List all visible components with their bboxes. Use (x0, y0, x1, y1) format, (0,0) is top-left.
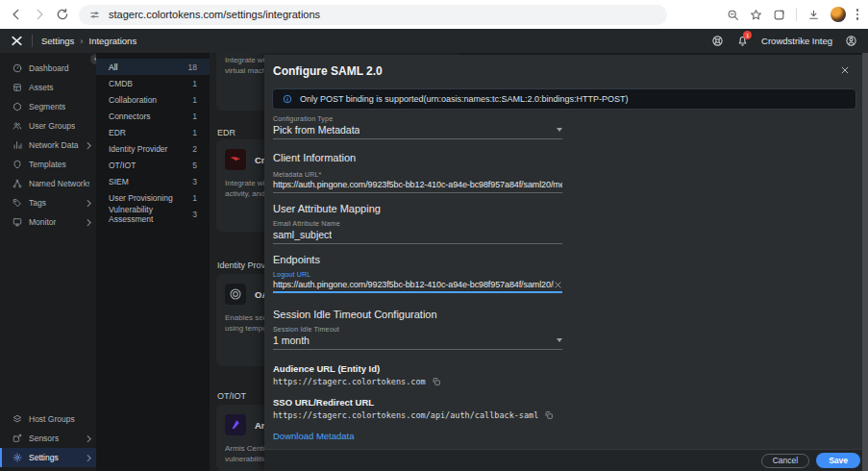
download-metadata-link[interactable]: Download Metadata (273, 431, 562, 441)
category-count: 1 (192, 193, 197, 203)
user-profile-icon[interactable] (845, 35, 857, 47)
close-icon[interactable] (840, 65, 850, 75)
settings-gear-icon (12, 453, 22, 462)
configure-saml-modal: Configure SAML 2.0 Only POST binding is … (264, 55, 868, 471)
forward-icon[interactable] (33, 8, 46, 21)
sidebar-item-network-data[interactable]: Network Data (0, 136, 96, 155)
chevron-down-icon[interactable] (557, 128, 562, 132)
audience-url-label: Audience URL (Entity Id) (273, 363, 562, 374)
zoom-search-icon[interactable] (727, 9, 739, 21)
sidebar-item-segments[interactable]: Segments (0, 97, 96, 116)
page-scrollbar[interactable] (862, 53, 868, 471)
monitor-icon (12, 217, 22, 227)
category-row-all[interactable]: All 18 (96, 59, 210, 75)
breadcrumb-settings[interactable]: Settings (41, 36, 74, 46)
sidebar-item-monitor[interactable]: Monitor (0, 212, 96, 232)
account-name[interactable]: Crowdstrike Integ (761, 36, 832, 46)
category-row-cmdb[interactable]: CMDB 1 (96, 75, 210, 91)
endpoints-heading: Endpoints (273, 254, 562, 265)
category-row-edr[interactable]: EDR 1 (96, 124, 210, 140)
category-count: 18 (188, 62, 197, 72)
sso-url-value: https://stagerc.colortokens.com/api/auth… (273, 410, 538, 420)
segments-icon (12, 102, 22, 112)
email-attribute-input[interactable]: saml_subject (273, 227, 562, 244)
notifications-bell-icon[interactable]: 1 (736, 35, 749, 47)
category-row-siem[interactable]: SIEM 3 (96, 173, 210, 189)
info-banner-text: Only POST binding is supported(urn:oasis… (300, 94, 628, 104)
category-count: 1 (192, 112, 197, 121)
sidebar-item-assets[interactable]: Assets (0, 78, 96, 97)
url-text[interactable]: stagerc.colortokens.com/settings/integra… (109, 9, 320, 20)
category-count: 3 (192, 177, 197, 186)
info-banner: Only POST binding is supported(urn:oasis… (272, 88, 856, 110)
sidebar-item-templates[interactable]: Templates (0, 155, 96, 174)
bookmark-star-icon[interactable] (750, 9, 762, 21)
cancel-button[interactable]: Cancel (761, 454, 809, 468)
modal-footer: Cancel Save (264, 449, 868, 471)
info-icon (283, 94, 292, 104)
back-icon[interactable] (10, 8, 23, 21)
chevron-down-icon[interactable] (557, 338, 562, 342)
assets-icon (12, 83, 22, 92)
notification-badge: 1 (743, 31, 752, 39)
session-idle-timeout-select[interactable]: 1 month (273, 333, 562, 350)
colortokens-logo-icon[interactable] (11, 35, 23, 47)
copy-icon[interactable] (432, 377, 441, 386)
support-globe-icon[interactable] (711, 35, 724, 47)
sidebar-item-settings[interactable]: Settings (0, 448, 96, 467)
sensors-icon (12, 434, 22, 443)
chevron-right-icon (85, 142, 90, 148)
download-icon[interactable] (807, 9, 820, 21)
url-bar[interactable]: stagerc.colortokens.com/settings/integra… (79, 5, 667, 25)
section-title-ot-iot: OT/IOT (217, 391, 246, 401)
named-networks-icon (12, 179, 22, 188)
network-data-icon (12, 140, 22, 150)
logout-url-label: Logout URL (273, 271, 562, 278)
sidebar-item-named-networks[interactable]: Named Networks (0, 174, 96, 193)
sidebar-item-sensors[interactable]: Sensors (0, 429, 96, 448)
clear-field-icon[interactable] (554, 281, 562, 289)
category-row-collaboration[interactable]: Collaboration 1 (96, 91, 210, 108)
breadcrumb: Settings › Integrations (41, 36, 136, 46)
armis-logo-icon (225, 414, 246, 435)
tags-icon (12, 198, 22, 208)
configuration-type-select[interactable]: Pick from Metadata (273, 122, 562, 139)
copy-icon[interactable] (544, 410, 554, 420)
configuration-type-label: Configuration Type (273, 115, 562, 122)
user-attribute-mapping-heading: User Attribute Mapping (273, 203, 562, 214)
sidebar-item-tags[interactable]: Tags (0, 193, 96, 212)
sso-url-label: SSO URL/Redirect URL (273, 397, 562, 408)
session-idle-timeout-heading: Session Idle Timeout Configuration (273, 309, 562, 320)
reload-icon[interactable] (56, 8, 69, 21)
category-count: 1 (192, 79, 197, 88)
session-idle-timeout-label: Session Idle Timeout (273, 326, 562, 333)
chevron-right-icon (85, 435, 90, 441)
sidebar-item-host-groups[interactable]: Host Groups (0, 409, 96, 429)
browser-menu-kebab-icon[interactable] (856, 9, 859, 20)
chevron-right-icon (85, 200, 90, 206)
category-row-ot-iot[interactable]: OT/IOT 5 (96, 157, 210, 173)
category-count: 5 (192, 161, 197, 170)
client-information-heading: Client Information (273, 152, 562, 163)
dashboard-icon (12, 63, 22, 73)
sidebar-item-dashboard[interactable]: Dashboard (0, 59, 96, 78)
sidebar-item-user-groups[interactable]: User Groups (0, 116, 96, 136)
save-button[interactable]: Save (816, 453, 860, 468)
category-row-user-provisioning[interactable]: User Provisioning 1 (96, 189, 210, 206)
category-row-vulnerability-assessment[interactable]: Vulnerability Assessment 3 (96, 206, 210, 222)
email-attribute-label: Email Attribute Name (273, 220, 562, 227)
metadata-url-input[interactable]: https://auth.pingone.com/9923f5bc-bb12-4… (273, 178, 562, 193)
tune-icon[interactable] (89, 10, 100, 20)
chevron-right-icon (85, 219, 90, 225)
saml-form: Configuration Type Pick from Metadata Cl… (273, 115, 562, 441)
browser-profile-avatar[interactable] (831, 7, 846, 22)
category-row-connectors[interactable]: Connectors 1 (96, 108, 210, 124)
chrome-divider (796, 8, 797, 21)
extensions-icon[interactable] (773, 9, 785, 21)
metadata-url-label: Metadata URL* (273, 171, 562, 178)
logout-url-input[interactable]: https://auth.pingone.com/9923f5bc-bb12-4… (273, 278, 562, 293)
browser-chrome: stagerc.colortokens.com/settings/integra… (0, 0, 868, 29)
primary-sidebar: Dashboard Assets Segments User Groups Ne… (0, 53, 96, 471)
category-count: 1 (192, 95, 197, 105)
category-row-identity-provider[interactable]: Identity Provider 2 (96, 140, 210, 157)
